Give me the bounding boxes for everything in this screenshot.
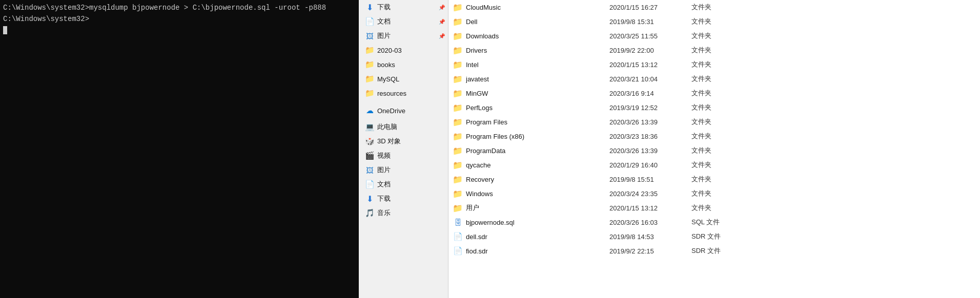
- sidebar-item-downloads2[interactable]: ⬇下载: [359, 191, 448, 206]
- sidebar-label-folder-resources: resources: [377, 90, 406, 97]
- sidebar-label-folder-mysql: MySQL: [377, 75, 399, 83]
- sidebar-icon-thispc: 💻: [365, 122, 374, 132]
- file-date: 2020/3/16 9:14: [609, 90, 691, 97]
- sidebar-item-downloads[interactable]: ⬇下载📌: [359, 0, 448, 14]
- table-row[interactable]: 📄dell.sdr2019/9/8 14:53SDR 文件: [448, 229, 980, 244]
- file-icon: 📄: [453, 246, 463, 256]
- table-row[interactable]: 📁Windows2020/3/24 23:35文件夹: [448, 186, 980, 201]
- file-date: 2019/9/2 22:15: [609, 247, 691, 255]
- file-icon: 🗄: [453, 217, 463, 227]
- sidebar-icon-3d-objects: 🎲: [365, 137, 374, 146]
- table-row[interactable]: 📁Drivers2019/9/2 22:00文件夹: [448, 43, 980, 57]
- file-date: 2019/9/8 15:31: [609, 18, 691, 26]
- sidebar-item-folder-resources[interactable]: 📁resources: [359, 86, 448, 100]
- file-type: 文件夹: [691, 146, 976, 155]
- file-date: 2020/1/15 13:12: [609, 204, 691, 212]
- sidebar-icon-video: 🎬: [365, 151, 374, 160]
- file-name: Drivers: [466, 47, 609, 54]
- sidebar-icon-folder-2020: 📁: [365, 46, 374, 55]
- sidebar-item-thispc[interactable]: 💻此电脑: [359, 120, 448, 134]
- table-row[interactable]: 📁Intel2020/1/15 13:12文件夹: [448, 57, 980, 72]
- table-row[interactable]: 📁Program Files2020/3/26 13:39文件夹: [448, 115, 980, 129]
- file-type: 文件夹: [691, 17, 976, 26]
- file-type: SDR 文件: [691, 232, 976, 241]
- file-name: Downloads: [466, 32, 609, 40]
- file-name: dell.sdr: [466, 233, 609, 241]
- sidebar-icon-folder-mysql: 📁: [365, 74, 374, 83]
- table-row[interactable]: 📁ProgramData2020/3/26 13:39文件夹: [448, 143, 980, 158]
- file-name: Windows: [466, 190, 609, 198]
- sidebar-label-documents: 文档: [377, 17, 391, 26]
- folder-icon: 📁: [453, 188, 463, 199]
- terminal-panel: C:\Windows\system32>mysqldump bjpowernod…: [0, 0, 359, 298]
- file-date: 2020/3/23 18:36: [609, 133, 691, 140]
- file-date: 2019/3/19 12:52: [609, 104, 691, 112]
- file-date: 2020/3/26 13:39: [609, 147, 691, 155]
- sidebar-item-music[interactable]: 🎵音乐: [359, 206, 448, 220]
- sidebar-item-documents[interactable]: 📄文档📌: [359, 14, 448, 29]
- folder-icon: 📁: [453, 88, 463, 98]
- sidebar-item-onedrive[interactable]: ☁OneDrive: [359, 103, 448, 118]
- file-name: PerfLogs: [466, 104, 609, 112]
- sidebar-item-folder-mysql[interactable]: 📁MySQL: [359, 72, 448, 86]
- terminal-cursor-line: [3, 25, 356, 36]
- file-name: qycache: [466, 161, 609, 169]
- file-name: Recovery: [466, 176, 609, 183]
- sidebar-label-downloads: 下载: [377, 3, 391, 12]
- table-row[interactable]: 📁Downloads2020/3/25 11:55文件夹: [448, 29, 980, 43]
- sidebar-label-pictures2: 图片: [377, 165, 391, 175]
- file-name: Program Files (x86): [466, 133, 609, 140]
- table-row[interactable]: 📁qycache2020/1/29 16:40文件夹: [448, 158, 980, 172]
- sidebar-item-folder-books[interactable]: 📁books: [359, 57, 448, 72]
- sidebar-icon-downloads2: ⬇: [365, 194, 374, 203]
- sidebar-icon-pictures: 🖼: [365, 31, 374, 40]
- table-row[interactable]: 📁MinGW2020/3/16 9:14文件夹: [448, 86, 980, 100]
- table-row[interactable]: 📁PerfLogs2019/3/19 12:52文件夹: [448, 100, 980, 115]
- file-type: SQL 文件: [691, 218, 976, 227]
- file-type: 文件夹: [691, 175, 976, 184]
- file-date: 2020/3/26 16:03: [609, 219, 691, 226]
- table-row[interactable]: 🗄bjpowernode.sql2020/3/26 16:03SQL 文件: [448, 215, 980, 229]
- sidebar-label-folder-books: books: [377, 61, 395, 69]
- file-type: 文件夹: [691, 160, 976, 169]
- table-row[interactable]: 📄fiod.sdr2019/9/2 22:15SDR 文件: [448, 244, 980, 258]
- sidebar-item-documents2[interactable]: 📄文档: [359, 177, 448, 191]
- file-name: Program Files: [466, 118, 609, 126]
- file-type: 文件夹: [691, 31, 976, 40]
- folder-icon: 📁: [453, 160, 463, 170]
- pin-icon: 📌: [439, 19, 445, 25]
- file-name: fiod.sdr: [466, 247, 609, 255]
- file-type: 文件夹: [691, 60, 976, 69]
- sidebar-item-pictures2[interactable]: 🖼图片: [359, 163, 448, 177]
- terminal-cursor: [3, 26, 7, 34]
- file-date: 2020/1/15 13:12: [609, 61, 691, 69]
- sidebar-icon-folder-books: 📁: [365, 60, 374, 69]
- table-row[interactable]: 📁CloudMusic2020/1/15 16:27文件夹: [448, 0, 980, 14]
- table-row[interactable]: 📁Program Files (x86)2020/3/23 18:36文件夹: [448, 129, 980, 143]
- file-type: 文件夹: [691, 203, 976, 212]
- file-type: 文件夹: [691, 46, 976, 55]
- folder-icon: 📁: [453, 45, 463, 55]
- sidebar-icon-documents2: 📄: [365, 180, 374, 189]
- file-date: 2020/1/15 16:27: [609, 4, 691, 11]
- sidebar-label-downloads2: 下载: [377, 194, 391, 203]
- sidebar-item-folder-2020[interactable]: 📁2020-03: [359, 43, 448, 57]
- table-row[interactable]: 📁javatest2020/3/21 10:04文件夹: [448, 72, 980, 86]
- sidebar-item-pictures[interactable]: 🖼图片📌: [359, 29, 448, 43]
- table-row[interactable]: 📁Recovery2019/9/8 15:51文件夹: [448, 172, 980, 186]
- sidebar-label-documents2: 文档: [377, 180, 391, 189]
- sidebar-label-thispc: 此电脑: [377, 122, 397, 132]
- file-name: Intel: [466, 61, 609, 69]
- table-row[interactable]: 📁用户2020/1/15 13:12文件夹: [448, 201, 980, 215]
- sidebar-label-video: 视频: [377, 151, 391, 160]
- table-row[interactable]: 📁Dell2019/9/8 15:31文件夹: [448, 14, 980, 29]
- file-type: 文件夹: [691, 74, 976, 83]
- file-name: MinGW: [466, 90, 609, 97]
- sidebar-item-video[interactable]: 🎬视频: [359, 148, 448, 163]
- sidebar-item-3d-objects[interactable]: 🎲3D 对象: [359, 134, 448, 148]
- sidebar-icon-pictures2: 🖼: [365, 165, 374, 175]
- folder-icon: 📁: [453, 117, 463, 127]
- folder-icon: 📁: [453, 74, 463, 84]
- file-type: 文件夹: [691, 132, 976, 141]
- file-date: 2020/3/26 13:39: [609, 118, 691, 126]
